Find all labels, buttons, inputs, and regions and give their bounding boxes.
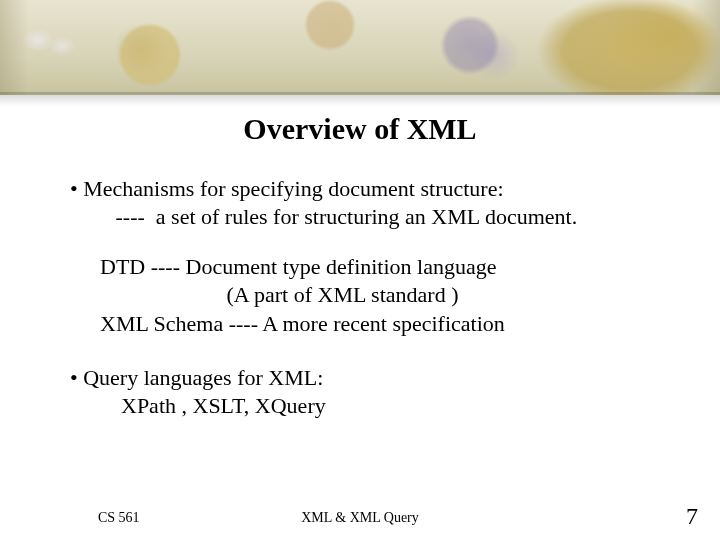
slide-title: Overview of XML [0, 112, 720, 146]
bullet-mechanisms-line1: Mechanisms for specifying document struc… [88, 175, 660, 203]
footer-page-number: 7 [686, 503, 698, 530]
decorative-banner [0, 0, 720, 95]
bullet-query-line1: Query languages for XML: [88, 364, 660, 392]
bullet-query-line2: XPath , XSLT, XQuery [88, 392, 660, 420]
slide-body: Mechanisms for specifying document struc… [70, 175, 660, 420]
banner-shadow [0, 92, 720, 106]
bullet-mechanisms: Mechanisms for specifying document struc… [70, 175, 660, 231]
sub-line-part: (A part of XML standard ) [100, 281, 660, 309]
bullet-query-langs: Query languages for XML: XPath , XSLT, X… [70, 364, 660, 420]
sub-line-schema: XML Schema ---- A more recent specificat… [100, 310, 660, 338]
footer-topic: XML & XML Query [0, 510, 720, 526]
bullet-mechanisms-line2: ---- a set of rules for structuring an X… [88, 203, 660, 231]
sub-dtd-schema: DTD ---- Document type definition langua… [100, 253, 660, 337]
sub-line-dtd: DTD ---- Document type definition langua… [100, 253, 660, 281]
